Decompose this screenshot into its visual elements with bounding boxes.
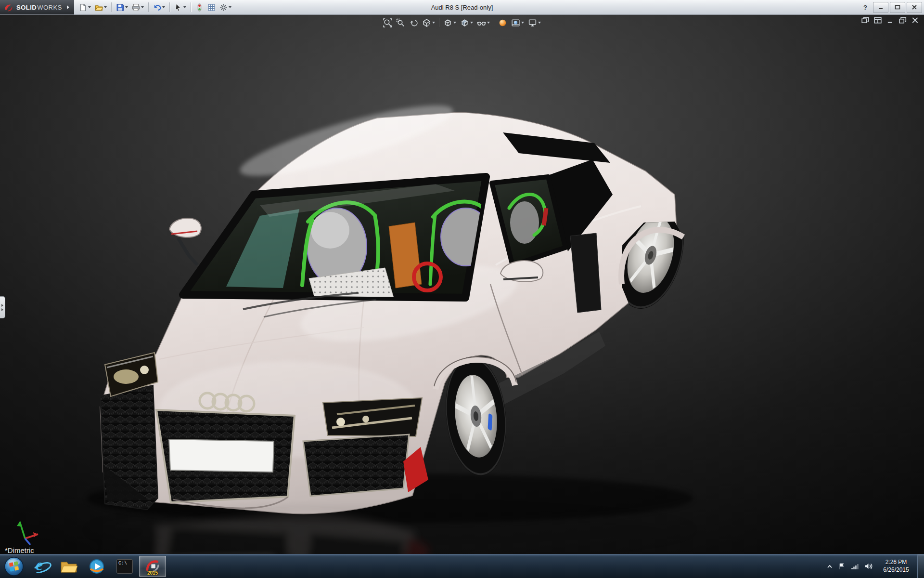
taskbar-item-media-player[interactable] bbox=[83, 556, 110, 577]
toolbar-separator bbox=[494, 18, 494, 27]
tray-date: 6/26/2015 bbox=[878, 566, 914, 574]
right-side-intake bbox=[303, 434, 409, 496]
appearance-ball-icon bbox=[498, 18, 507, 27]
dropdown-caret-icon bbox=[487, 22, 490, 24]
eyeglasses-icon bbox=[477, 18, 486, 27]
folder-icon bbox=[60, 559, 77, 574]
tray-clock[interactable]: 2:26 PM 6/26/2015 bbox=[878, 559, 914, 574]
undo-button[interactable] bbox=[151, 1, 167, 13]
dropdown-caret-icon bbox=[432, 22, 435, 24]
hide-show-items-button[interactable] bbox=[475, 16, 492, 29]
windows-start-icon bbox=[4, 556, 24, 577]
toolbar-separator bbox=[148, 2, 149, 12]
file-properties-icon bbox=[207, 3, 216, 12]
menu-expand-icon[interactable] bbox=[67, 5, 69, 9]
taskbar-item-solidworks-2015[interactable]: 2015 bbox=[139, 556, 166, 577]
window-title: Audi R8 S [Read-only] bbox=[431, 4, 493, 11]
options-gear-icon bbox=[219, 3, 228, 12]
previous-view-icon bbox=[409, 18, 418, 27]
heads-up-view-toolbar bbox=[381, 16, 543, 29]
view-orientation-label: *Dimetric bbox=[5, 546, 34, 554]
section-view-button[interactable] bbox=[420, 16, 437, 29]
apply-scene-icon bbox=[511, 18, 520, 27]
minimize-button[interactable] bbox=[873, 2, 888, 13]
display-style-icon bbox=[460, 18, 469, 27]
dropdown-caret-icon bbox=[88, 6, 91, 8]
start-button[interactable] bbox=[3, 555, 25, 578]
dropdown-caret-icon bbox=[453, 22, 456, 24]
file-properties-button[interactable] bbox=[205, 1, 218, 13]
close-button[interactable] bbox=[907, 2, 922, 13]
print-button[interactable] bbox=[130, 1, 146, 13]
previous-view-button[interactable] bbox=[407, 16, 420, 29]
toolbar-separator bbox=[191, 2, 191, 12]
dropdown-caret-icon bbox=[141, 6, 144, 8]
toolbar-separator bbox=[439, 18, 439, 27]
close-document-icon[interactable] bbox=[911, 17, 919, 24]
open-button[interactable] bbox=[93, 1, 109, 13]
solidworks-version-badge: 2015 bbox=[147, 570, 158, 576]
zoom-to-fit-icon bbox=[383, 18, 392, 27]
tray-time: 2:26 PM bbox=[878, 559, 914, 566]
taskbar-item-windows-explorer[interactable] bbox=[55, 556, 82, 577]
system-tray: 2:26 PM 6/26/2015 bbox=[827, 559, 917, 574]
network-icon[interactable] bbox=[851, 563, 859, 570]
maximize-button[interactable] bbox=[890, 2, 905, 13]
action-center-flag-icon[interactable] bbox=[838, 563, 845, 570]
open-folder-icon bbox=[95, 3, 103, 12]
view-settings-button[interactable] bbox=[526, 16, 543, 29]
internet-explorer-icon: e bbox=[32, 558, 50, 575]
save-icon bbox=[116, 3, 124, 12]
toolbar-separator bbox=[111, 2, 112, 12]
floor-reflection bbox=[87, 505, 695, 554]
dropdown-caret-icon bbox=[162, 6, 165, 8]
dropdown-caret-icon bbox=[470, 22, 473, 24]
edit-appearance-button[interactable] bbox=[496, 16, 509, 29]
select-button[interactable] bbox=[172, 1, 188, 13]
dropdown-caret-icon bbox=[521, 22, 524, 24]
brand-text-light: WORKS bbox=[37, 4, 62, 11]
new-window-icon[interactable] bbox=[874, 17, 882, 24]
zoom-to-area-button[interactable] bbox=[394, 16, 407, 29]
dassault-systemes-logo-icon bbox=[4, 3, 13, 12]
new-document-icon bbox=[79, 3, 87, 12]
restore-document-icon[interactable] bbox=[899, 17, 907, 24]
license-plate bbox=[169, 439, 274, 472]
apply-scene-button[interactable] bbox=[509, 16, 526, 29]
save-button[interactable] bbox=[114, 1, 130, 13]
media-player-icon bbox=[89, 558, 105, 575]
command-prompt-icon: C:\ bbox=[116, 559, 133, 574]
cascade-windows-icon[interactable] bbox=[861, 17, 869, 24]
feature-manager-splitter-tab[interactable] bbox=[0, 296, 5, 318]
view-orientation-button[interactable] bbox=[441, 16, 458, 29]
select-cursor-icon bbox=[174, 3, 182, 12]
volume-icon[interactable] bbox=[864, 563, 873, 570]
dropdown-caret-icon bbox=[538, 22, 541, 24]
minimize-icon bbox=[878, 5, 884, 10]
graphics-area[interactable]: *Dimetric bbox=[0, 14, 924, 554]
view-settings-monitor-icon bbox=[528, 18, 537, 27]
dropdown-caret-icon bbox=[125, 6, 128, 8]
windows-taskbar: e C:\ 2015 2:26 PM 6/26/2015 bbox=[0, 554, 924, 578]
right-headlight bbox=[323, 398, 422, 436]
document-window-controls bbox=[861, 17, 919, 24]
solidworks-logo: SOLIDWORKS bbox=[0, 0, 74, 14]
zoom-to-fit-button[interactable] bbox=[381, 16, 394, 29]
close-icon bbox=[911, 5, 917, 10]
maximize-icon bbox=[895, 5, 900, 10]
taskbar-item-command-prompt[interactable]: C:\ bbox=[111, 556, 138, 577]
taskbar-item-internet-explorer[interactable]: e bbox=[27, 556, 54, 577]
view-orientation-cube-icon bbox=[443, 18, 452, 27]
rebuild-button[interactable] bbox=[193, 1, 205, 13]
new-document-button[interactable] bbox=[77, 1, 93, 13]
show-desktop-button[interactable] bbox=[917, 554, 924, 578]
display-style-button[interactable] bbox=[458, 16, 475, 29]
app-titlebar: SOLIDWORKS bbox=[0, 0, 924, 15]
print-icon bbox=[132, 3, 140, 12]
help-button[interactable]: ? bbox=[859, 2, 872, 13]
hidden-icons-caret-icon[interactable] bbox=[827, 564, 833, 569]
dropdown-caret-icon bbox=[183, 6, 186, 8]
minimize-document-icon[interactable] bbox=[886, 17, 894, 24]
options-button[interactable] bbox=[218, 1, 233, 13]
model-viewport-3d[interactable] bbox=[0, 14, 924, 554]
